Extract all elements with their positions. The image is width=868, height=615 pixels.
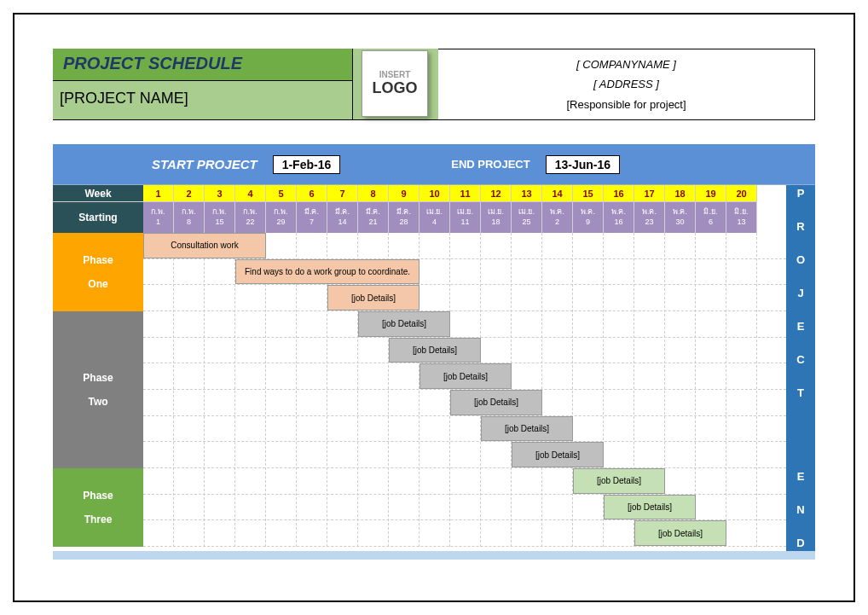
task-bar[interactable]: [job Details]: [512, 442, 604, 467]
schedule-title: PROJECT SCHEDULE: [53, 49, 352, 81]
start-date-cell: มิ.ย.6: [696, 202, 726, 233]
logo-insert-label: INSERT: [379, 70, 411, 79]
start-date-cell: ก.พ.29: [266, 202, 297, 233]
week-cell: 12: [481, 185, 512, 202]
start-date-cell: มี.ค.28: [389, 202, 420, 233]
company-name: [ COMPANYNAME ]: [576, 58, 676, 71]
phase-two-label: Phase Two: [53, 311, 143, 468]
week-cell: 11: [450, 185, 481, 202]
end-project-label: END PROJECT: [451, 158, 529, 171]
task-bar[interactable]: [job Details]: [420, 363, 512, 389]
task-bar[interactable]: [job Details]: [481, 416, 573, 442]
phase-one-label: Phase One: [53, 233, 143, 311]
week-number-row: 1234567891011121314151617181920: [143, 185, 786, 202]
start-date-cell: พ.ค.23: [634, 202, 665, 233]
week-cell: 19: [696, 185, 726, 202]
start-date-cell: ก.พ.1: [143, 202, 174, 233]
week-cell: 16: [604, 185, 634, 202]
week-cell: 2: [174, 185, 205, 202]
bottom-band: [53, 551, 815, 560]
week-cell: 7: [327, 185, 358, 202]
week-cell: 10: [420, 185, 450, 202]
project-name: [PROJECT NAME]: [53, 81, 352, 120]
start-date-cell: มี.ค.14: [327, 202, 358, 233]
task-bar[interactable]: [job Details]: [327, 285, 420, 310]
phase-three-label: Phase Three: [53, 468, 143, 547]
start-date-cell: พ.ค.30: [665, 202, 696, 233]
week-cell: 5: [266, 185, 297, 202]
week-cell: 9: [389, 185, 420, 202]
week-cell: 17: [634, 185, 665, 202]
start-project-label: START PROJECT: [152, 157, 258, 171]
responsible-person: [Responsible for project]: [566, 98, 686, 111]
grid-area: 1234567891011121314151617181920 ก.พ.1ก.พ…: [143, 185, 786, 551]
start-date-cell: เม.ย.11: [450, 202, 481, 233]
start-date-cell: มิ.ย.13: [726, 202, 757, 233]
start-date-cell: เม.ย.4: [420, 202, 450, 233]
start-date-cell: มี.ค.21: [358, 202, 389, 233]
week-cell: 8: [358, 185, 389, 202]
company-address: [ ADDRESS ]: [593, 78, 659, 90]
task-bar[interactable]: [job Details]: [389, 338, 481, 363]
task-bar[interactable]: [job Details]: [358, 311, 450, 337]
task-bar[interactable]: [job Details]: [450, 390, 542, 415]
start-date-cell: ก.พ.8: [174, 202, 205, 233]
week-cell: 18: [665, 185, 696, 202]
start-date-cell: พ.ค.2: [542, 202, 573, 233]
date-band: START PROJECT 1-Feb-16 END PROJECT 13-Ju…: [53, 144, 815, 185]
start-date-cell: ก.พ.15: [205, 202, 235, 233]
start-date-cell: ก.พ.22: [235, 202, 266, 233]
task-bar[interactable]: [job Details]: [604, 495, 696, 520]
start-project-date[interactable]: 1-Feb-16: [273, 155, 341, 174]
end-project-date[interactable]: 13-Jun-16: [546, 155, 620, 174]
week-cell: 14: [542, 185, 573, 202]
start-date-cell: พ.ค.16: [604, 202, 634, 233]
week-cell: 13: [512, 185, 542, 202]
starting-header-label: Starting: [53, 202, 143, 233]
task-bar[interactable]: Find ways to do a work group to coordina…: [235, 259, 420, 285]
week-cell: 1: [143, 185, 174, 202]
task-bar[interactable]: [job Details]: [634, 520, 726, 546]
task-bar[interactable]: [job Details]: [573, 468, 665, 494]
title-block: PROJECT SCHEDULE [PROJECT NAME]: [53, 49, 353, 120]
project-end-column: P R O J E C T E N D: [786, 185, 815, 551]
start-date-cell: เม.ย.25: [512, 202, 542, 233]
logo-text: LOGO: [373, 79, 418, 97]
week-cell: 6: [297, 185, 327, 202]
logo-placeholder[interactable]: INSERT LOGO: [362, 50, 428, 117]
week-cell: 20: [726, 185, 757, 202]
header: PROJECT SCHEDULE [PROJECT NAME] INSERT L…: [53, 49, 815, 120]
document-frame: PROJECT SCHEDULE [PROJECT NAME] INSERT L…: [13, 13, 855, 602]
start-date-row: ก.พ.1ก.พ.8ก.พ.15ก.พ.22ก.พ.29มี.ค.7มี.ค.1…: [143, 202, 786, 233]
week-cell: 4: [235, 185, 266, 202]
gantt-area: Week Starting Phase One Phase Two Phase …: [53, 185, 815, 551]
logo-block: INSERT LOGO: [353, 49, 438, 120]
task-grid: Consultation workFind ways to do a work …: [143, 233, 786, 547]
project-end-text: P R O J E C T E N D: [796, 185, 805, 551]
week-cell: 3: [205, 185, 235, 202]
left-column: Week Starting Phase One Phase Two Phase …: [53, 185, 143, 551]
start-date-cell: มี.ค.7: [297, 202, 327, 233]
company-block: [ COMPANYNAME ] [ ADDRESS ] [Responsible…: [438, 49, 815, 120]
task-bar[interactable]: Consultation work: [143, 233, 266, 258]
week-header-label: Week: [53, 185, 143, 202]
start-date-cell: พ.ค.9: [573, 202, 604, 233]
week-cell: 15: [573, 185, 604, 202]
start-date-cell: เม.ย.18: [481, 202, 512, 233]
